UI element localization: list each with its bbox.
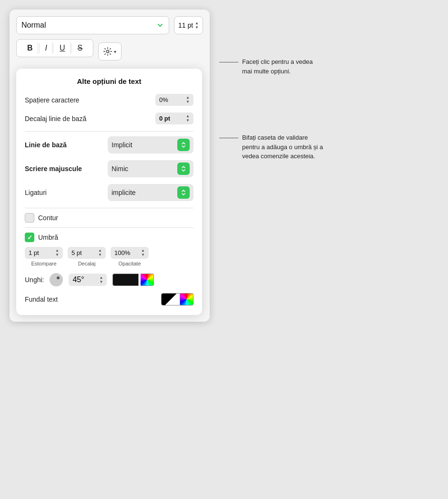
unghi-value: 45° bbox=[72, 275, 84, 284]
linie-baza-value: Implicit bbox=[112, 141, 132, 149]
font-size-stepper[interactable]: 11 pt ▲ ▼ bbox=[174, 16, 203, 34]
contur-row: Contur bbox=[25, 213, 193, 223]
shadow-color-rect[interactable] bbox=[112, 274, 139, 286]
format-group: B I U S bbox=[22, 42, 87, 54]
unghi-stepper[interactable]: 45° ▲ ▼ bbox=[69, 274, 107, 286]
spatiere-up-btn[interactable]: ▲ bbox=[186, 96, 190, 100]
annotations-container: Faceți clic pentru a vedea mai multe opț… bbox=[219, 10, 324, 161]
opacitate-stepper[interactable]: 100% ▲ ▼ bbox=[111, 247, 149, 259]
fundal-label: Fundal text bbox=[25, 295, 58, 303]
opacitate-item: 100% ▲ ▼ Opacitate bbox=[111, 247, 149, 266]
scriere-arrows-icon bbox=[181, 166, 186, 172]
font-size-arrows: ▲ ▼ bbox=[195, 21, 199, 30]
linie-baza-stepper-btn[interactable] bbox=[177, 139, 190, 151]
unghi-down-btn[interactable]: ▼ bbox=[100, 280, 103, 284]
font-size-down-btn[interactable]: ▼ bbox=[195, 26, 199, 30]
decalaj2-value: 5 pt bbox=[71, 249, 82, 256]
angle-dial[interactable] bbox=[50, 273, 63, 286]
annotation-2: Bifați caseta de validare pentru a adăug… bbox=[219, 133, 324, 161]
font-size-up-btn[interactable]: ▲ bbox=[195, 21, 199, 25]
linie-baza-dropdown[interactable]: Implicit bbox=[108, 136, 193, 153]
scriere-dropdown[interactable]: Nimic bbox=[108, 160, 193, 177]
strikethrough-button[interactable]: S bbox=[73, 42, 88, 54]
estompare-up-btn[interactable]: ▲ bbox=[55, 249, 59, 253]
annotation-1-line bbox=[219, 62, 238, 62]
style-select[interactable]: Normal bbox=[16, 16, 169, 34]
panel: Normal 11 pt ▲ ▼ B I bbox=[10, 10, 210, 322]
angle-dot bbox=[57, 276, 60, 279]
shadow-color-wheel-btn[interactable] bbox=[141, 274, 154, 286]
umbra-checkbox[interactable] bbox=[25, 233, 34, 242]
opacitate-value: 100% bbox=[114, 249, 130, 256]
shadow-color-row bbox=[112, 274, 154, 286]
style-select-label: Normal bbox=[21, 21, 46, 30]
divider-1 bbox=[39, 43, 40, 53]
unghi-up-btn[interactable]: ▲ bbox=[100, 276, 103, 280]
decalaj-arrows: ▲ ▼ bbox=[186, 114, 190, 122]
decalaj-stepper[interactable]: 0 pt ▲ ▼ bbox=[155, 112, 193, 124]
estompare-arrows: ▲ ▼ bbox=[55, 249, 59, 257]
shadow-controls: 1 pt ▲ ▼ Estompare 5 pt ▲ ▼ bbox=[25, 247, 193, 266]
decalaj-up-btn[interactable]: ▲ bbox=[186, 114, 190, 118]
decalaj-value: 0 pt bbox=[159, 115, 170, 122]
ligaturi-row: Ligaturi implicite bbox=[25, 184, 193, 201]
spatiere-value: 0% bbox=[159, 96, 168, 103]
scriere-stepper-btn[interactable] bbox=[177, 163, 190, 175]
gear-icon bbox=[103, 47, 112, 56]
annotation-2-text: Bifați caseta de validare pentru a adăug… bbox=[242, 133, 324, 161]
gear-options-button[interactable]: ▾ bbox=[98, 42, 122, 61]
bold-button[interactable]: B bbox=[22, 42, 38, 54]
scriere-value: Nimic bbox=[112, 165, 128, 173]
spatiere-row: Spațiere caractere 0% ▲ ▼ bbox=[25, 94, 193, 106]
spatiere-stepper[interactable]: 0% ▲ ▼ bbox=[155, 94, 193, 106]
fundal-swatch bbox=[161, 293, 193, 306]
fundal-color-rect[interactable] bbox=[161, 293, 180, 306]
decalaj-row: Decalaj linie de bază 0 pt ▲ ▼ bbox=[25, 112, 193, 124]
spatiere-arrows: ▲ ▼ bbox=[186, 96, 190, 104]
decalaj-label: Decalaj linie de bază bbox=[25, 115, 86, 122]
gear-chevron-icon: ▾ bbox=[114, 49, 116, 54]
annotation-1: Faceți clic pentru a vedea mai multe opț… bbox=[219, 57, 324, 76]
umbra-label: Umbră bbox=[38, 234, 58, 241]
ligaturi-arrows-icon bbox=[181, 190, 186, 195]
ligaturi-value: implicite bbox=[112, 189, 136, 196]
decalaj2-down-btn[interactable]: ▼ bbox=[98, 253, 102, 257]
spatiere-down-btn[interactable]: ▼ bbox=[186, 100, 190, 104]
decalaj2-label: Decalaj bbox=[78, 261, 96, 266]
divider-a bbox=[25, 131, 193, 132]
decalaj2-up-btn[interactable]: ▲ bbox=[98, 249, 102, 253]
underline-button[interactable]: U bbox=[55, 42, 71, 54]
fundal-color-wheel-btn[interactable] bbox=[180, 293, 193, 306]
scriere-label: Scriere majuscule bbox=[25, 165, 82, 173]
annotation-2-line bbox=[219, 138, 238, 138]
decalaj2-stepper[interactable]: 5 pt ▲ ▼ bbox=[68, 247, 106, 259]
divider-2 bbox=[53, 43, 54, 53]
linie-baza-row: Linie de bază Implicit bbox=[25, 136, 193, 153]
estompare-down-btn[interactable]: ▼ bbox=[55, 253, 59, 257]
fundal-row: Fundal text bbox=[25, 293, 193, 306]
estompare-label: Estompare bbox=[31, 261, 56, 266]
spatiere-label: Spațiere caractere bbox=[25, 96, 79, 104]
ligaturi-dropdown[interactable]: implicite bbox=[108, 184, 193, 201]
ligaturi-stepper-btn[interactable] bbox=[177, 186, 190, 199]
estompare-stepper[interactable]: 1 pt ▲ ▼ bbox=[25, 247, 63, 259]
linie-baza-label: Linie de bază bbox=[25, 141, 67, 149]
estompare-item: 1 pt ▲ ▼ Estompare bbox=[25, 247, 63, 266]
estompare-value: 1 pt bbox=[29, 249, 39, 256]
opacitate-down-btn[interactable]: ▼ bbox=[141, 253, 145, 257]
font-size-value: 11 pt bbox=[178, 21, 193, 29]
divider-c bbox=[25, 227, 193, 228]
ligaturi-label: Ligaturi bbox=[25, 189, 47, 196]
contur-checkbox[interactable] bbox=[25, 213, 34, 223]
divider-b bbox=[25, 208, 193, 208]
contur-label: Contur bbox=[38, 214, 58, 222]
opacitate-up-btn[interactable]: ▲ bbox=[141, 249, 145, 253]
italic-button[interactable]: I bbox=[41, 42, 52, 54]
scriere-row: Scriere majuscule Nimic bbox=[25, 160, 193, 177]
unghi-arrows: ▲ ▼ bbox=[100, 276, 103, 284]
decalaj-down-btn[interactable]: ▼ bbox=[186, 119, 190, 122]
unghi-row: Unghi: 45° ▲ ▼ bbox=[25, 273, 193, 286]
select-arrow-icon bbox=[156, 21, 164, 29]
svg-point-0 bbox=[107, 50, 109, 52]
toolbar-row-1: Normal 11 pt ▲ ▼ bbox=[16, 16, 203, 34]
